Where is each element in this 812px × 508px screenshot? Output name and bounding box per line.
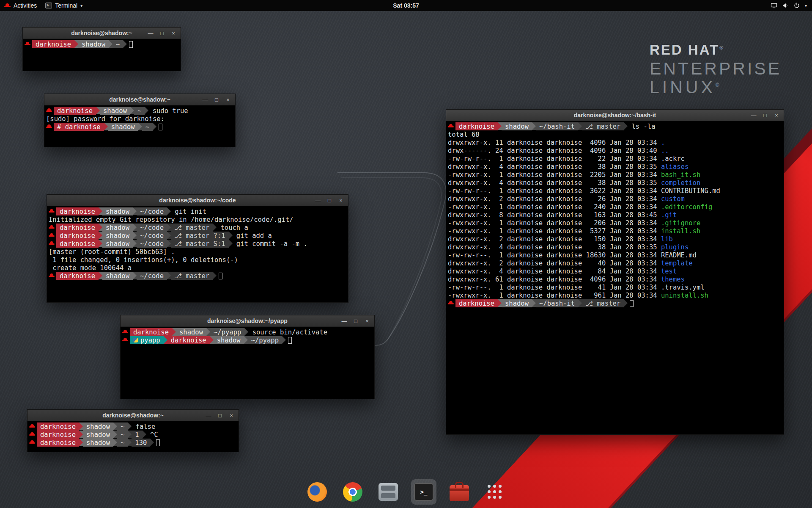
powerline-arrow-icon [133, 224, 137, 231]
powerline-arrow-icon [624, 299, 628, 307]
terminal-text: .gitignore [661, 219, 700, 227]
window-titlebar[interactable]: darknoise@shadow:~/pyapp — □ × [121, 315, 374, 327]
powerline-arrow-icon [109, 40, 112, 48]
terminal-text: git init [171, 207, 206, 215]
maximize-button[interactable]: □ [351, 317, 361, 325]
terminal-body[interactable]: darknoiseshadow~/bash-it⎇ master ls -lat… [446, 121, 784, 307]
dock-terminal[interactable]: >_ [411, 479, 436, 505]
prompt-segment-user: darknoise [54, 107, 96, 115]
prompt-segment-user: darknoise [37, 439, 79, 447]
system-status-area[interactable]: ▾ [771, 0, 812, 11]
activities-button[interactable]: Activities [0, 0, 41, 11]
terminal-window-home-small: darknoise@shadow:~ — □ × darknoiseshadow… [22, 27, 181, 71]
window-titlebar[interactable]: darknoise@shadow:~/code — □ × [47, 195, 348, 206]
prompt-segment-user: darknoise [455, 299, 498, 307]
powerline-arrow-icon [79, 439, 83, 446]
volume-icon [782, 2, 789, 9]
brand-line1: RED HAT [650, 42, 719, 58]
terminal-text: sudo true [148, 107, 188, 115]
powerline-arrow-icon [128, 439, 132, 446]
minimize-button[interactable]: — [145, 29, 156, 37]
terminal-body[interactable]: darknoiseshadow~ falsedarknoiseshadow~1 … [27, 421, 239, 447]
minimize-button[interactable]: — [313, 196, 323, 204]
window-title: darknoise@shadow:~/pyapp [121, 318, 374, 324]
terminal-text: plugins [661, 243, 689, 251]
redhat-prompt-icon [122, 336, 129, 344]
prompt-segment-path: ~ [117, 431, 128, 439]
powerline-arrow-icon [113, 431, 117, 438]
powerline-arrow-icon [498, 122, 502, 130]
minimize-button[interactable]: — [339, 317, 349, 325]
dock-chrome[interactable] [340, 479, 365, 505]
maximize-button[interactable]: □ [157, 29, 167, 37]
minimize-button[interactable]: — [749, 111, 759, 119]
dock-files[interactable] [376, 479, 401, 505]
app-menu-terminal[interactable]: >_ Terminal ▾ [41, 0, 87, 11]
minimize-button[interactable]: — [203, 411, 214, 420]
terminal-text: [master (root-commit) 50bcb63] . [49, 248, 175, 256]
terminal-body[interactable]: darknoiseshadow~/pyapp source bin/activa… [121, 327, 374, 344]
terminal-line: darknoiseshadow~/code⎇ master S:1 git co… [49, 240, 348, 248]
clock[interactable]: Sat 03:57 [393, 2, 419, 9]
maximize-button[interactable]: □ [215, 411, 225, 420]
terminal-line: drwxrwxr-x. 8 darknoise darknoise 163 Ja… [448, 211, 784, 219]
terminal-line: 1 file changed, 0 insertions(+), 0 delet… [49, 256, 348, 264]
prompt-segment-git: ⎇ master S:1 [171, 240, 229, 248]
powerline-arrow-icon [133, 207, 137, 215]
terminal-text: -rw-rw-r--. 1 darknoise darknoise 22 Jan… [448, 155, 685, 163]
close-button[interactable]: × [223, 95, 233, 104]
terminal-line: -rw-rw-r--. 1 darknoise darknoise 3622 J… [448, 187, 784, 195]
maximize-button[interactable]: □ [324, 196, 335, 204]
prompt-segment-path: ~ [117, 422, 128, 431]
window-titlebar[interactable]: darknoise@shadow:~/bash-it — □ × [446, 110, 784, 121]
minimize-button[interactable]: — [200, 95, 210, 104]
terminal-text: -rw-rw-r--. 1 darknoise darknoise 41 Jan… [448, 283, 705, 291]
terminal-line: drwxrwxr-x. 4 darknoise darknoise 38 Jan… [448, 179, 784, 187]
prompt-segment-git: ⎇ master [582, 299, 624, 307]
terminal-text: -rwxrwxr-x. 1 darknoise darknoise 240 Ja… [448, 203, 661, 211]
dock-toolbox[interactable] [447, 479, 472, 505]
window-titlebar[interactable]: darknoise@shadow:~ — □ × [44, 94, 235, 105]
terminal-body[interactable]: darknoiseshadow~ [23, 39, 181, 48]
close-button[interactable]: × [226, 411, 236, 420]
prompt-segment-path: ~/code [137, 272, 167, 280]
terminal-cursor [159, 124, 162, 130]
prompt-segment-path: ~/pyapp [210, 328, 244, 336]
window-title: darknoise@shadow:~/code [47, 197, 348, 204]
activities-label: Activities [14, 2, 37, 9]
terminal-body[interactable]: darknoiseshadow~ sudo true[sudo] passwor… [44, 105, 235, 131]
toolbox-icon [450, 485, 469, 501]
terminal-line: darknoiseshadow~1 ^C [29, 431, 239, 439]
close-button[interactable]: × [362, 317, 372, 325]
prompt-segment-host: shadow [83, 431, 113, 439]
maximize-button[interactable]: □ [760, 111, 770, 119]
maximize-button[interactable]: □ [211, 95, 222, 104]
terminal-line: drwx------. 24 darknoise darknoise 4096 … [448, 146, 784, 155]
dock-firefox[interactable] [304, 479, 330, 505]
window-titlebar[interactable]: darknoise@shadow:~ — □ × [27, 410, 239, 421]
close-button[interactable]: × [336, 196, 346, 204]
terminal-text: .editorconfig [661, 203, 712, 211]
dock-app-grid[interactable] [482, 479, 508, 505]
redhat-prompt-icon [49, 272, 55, 280]
powerline-arrow-icon [96, 107, 100, 114]
window-titlebar[interactable]: darknoise@shadow:~ — □ × [23, 28, 181, 39]
terminal-line: -rw-rw-r--. 1 darknoise darknoise 41 Jan… [448, 283, 784, 291]
close-button[interactable]: × [168, 29, 178, 37]
terminal-line: drwxrwxr-x. 11 darknoise darknoise 4096 … [448, 138, 784, 146]
close-button[interactable]: × [771, 111, 782, 119]
terminal-text: [sudo] password for darknoise: [46, 115, 165, 123]
powerline-arrow-icon [229, 232, 233, 239]
terminal-window-sudo: darknoise@shadow:~ — □ × darknoiseshadow… [44, 94, 236, 147]
powerline-arrow-icon [138, 123, 142, 130]
terminal-text: drwxrwxr-x. 4 darknoise darknoise 38 Jan… [448, 179, 661, 187]
terminal-body[interactable]: darknoiseshadow~/code git initInitialize… [47, 206, 348, 280]
prompt-segment-host: shadow [102, 272, 133, 280]
terminal-text: -rw-rw-r--. 1 darknoise darknoise 3622 J… [448, 187, 720, 195]
power-icon [793, 2, 800, 9]
powerline-arrow-icon [213, 272, 217, 279]
powerline-arrow-icon [128, 431, 132, 438]
python-icon [133, 338, 138, 342]
powerline-arrow-icon [624, 122, 628, 130]
terminal-text: -rwxrwxr-x. 1 darknoise darknoise 961 Ja… [448, 291, 661, 299]
